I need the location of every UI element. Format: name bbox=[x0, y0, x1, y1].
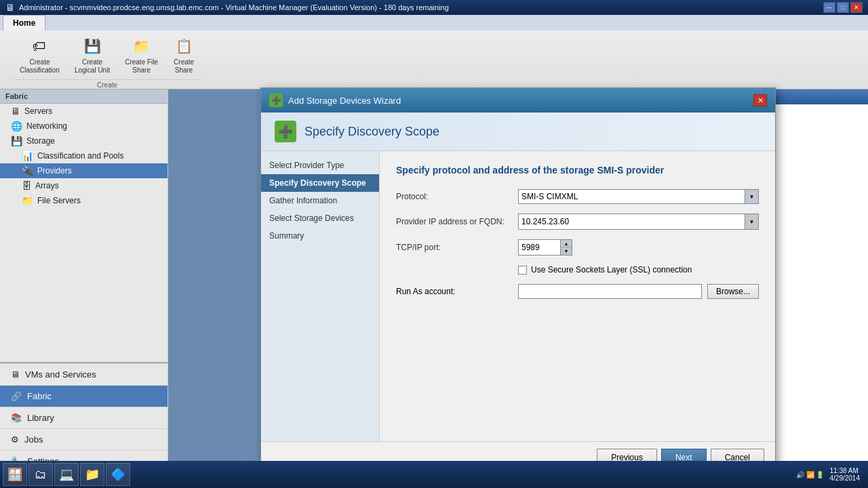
jobs-icon: ⚙ bbox=[11, 434, 19, 445]
port-decrement-button[interactable]: ▼ bbox=[561, 247, 572, 255]
library-label: Library bbox=[27, 413, 54, 423]
tcp-port-row: TCP/IP port: ▲ ▼ bbox=[396, 239, 759, 256]
sidebar-item-providers[interactable]: 🔌 Providers bbox=[0, 163, 167, 178]
create-classification-label: CreateClassification bbox=[20, 58, 60, 75]
taskbar-date: 4/29/2014 bbox=[830, 474, 861, 482]
ribbon-group-create: 🏷 CreateClassification 💾 CreateLogical U… bbox=[5, 33, 209, 87]
run-as-row: Run As account: Browse... bbox=[396, 284, 759, 299]
browse-button[interactable]: Browse... bbox=[707, 284, 759, 299]
taskbar-explorer-button[interactable]: 🗂 bbox=[28, 463, 53, 486]
networking-icon: 🌐 bbox=[11, 121, 22, 131]
providers-icon: 🔌 bbox=[22, 165, 33, 176]
tcp-port-control: ▲ ▼ bbox=[518, 239, 759, 256]
sidebar-item-file-servers[interactable]: 📁 File Servers bbox=[0, 193, 167, 208]
storage-icon: 💾 bbox=[11, 136, 22, 146]
provider-ip-row: Provider IP address or FQDN: ▼ bbox=[396, 214, 759, 230]
vms-icon: 🖥 bbox=[11, 369, 20, 380]
create-share-button[interactable]: 📋 CreateShare bbox=[167, 32, 201, 78]
main-layout: Fabric 🖥 Servers 🌐 Networking 💾 Storage … bbox=[0, 89, 868, 472]
taskbar-cmd-button[interactable]: 💻 bbox=[54, 463, 79, 486]
tcp-port-label: TCP/IP port: bbox=[396, 243, 518, 252]
minimize-button[interactable]: ─ bbox=[823, 2, 835, 13]
ssl-row: Use Secure Sockets Layer (SSL) connectio… bbox=[396, 265, 759, 274]
maximize-button[interactable]: □ bbox=[837, 2, 849, 13]
protocol-value: SMI-S CIMXML bbox=[519, 192, 745, 201]
port-increment-button[interactable]: ▲ bbox=[561, 240, 572, 247]
wizard-step-gather-info[interactable]: Gather Information bbox=[261, 192, 379, 209]
port-input[interactable] bbox=[519, 240, 560, 255]
jobs-label: Jobs bbox=[24, 434, 43, 445]
create-logical-unit-button[interactable]: 💾 CreateLogical Unit bbox=[68, 32, 116, 78]
dialog-body: Select Provider Type Specify Discovery S… bbox=[261, 151, 775, 441]
file-servers-icon: 📁 bbox=[22, 195, 33, 206]
sidebar-item-networking[interactable]: 🌐 Networking bbox=[0, 119, 167, 134]
vms-label: VMs and Services bbox=[25, 369, 96, 380]
main-content: Status ➕ Add Storage Devices Wizard ✕ ➕ … bbox=[168, 89, 868, 472]
servers-icon: 🖥 bbox=[11, 106, 20, 117]
wizard-step-select-storage[interactable]: Select Storage Devices bbox=[261, 209, 379, 227]
sidebar-library[interactable]: 📚 Library bbox=[0, 407, 167, 428]
taskbar: 🪟 🗂 💻 📁 🔷 🔊 📶 🔋 11:38 AM 4/29/2014 bbox=[0, 461, 868, 488]
sidebar-item-classification[interactable]: 📊 Classification and Pools bbox=[0, 148, 167, 163]
create-file-share-button[interactable]: 📁 Create FileShare bbox=[119, 32, 164, 78]
protocol-control: SMI-S CIMXML ▼ bbox=[518, 189, 759, 204]
create-classification-icon: 🏷 bbox=[28, 35, 50, 57]
provider-ip-control: ▼ bbox=[518, 214, 759, 230]
wizard-content-title: Specify protocol and address of the stor… bbox=[396, 165, 759, 176]
ribbon-content: 🏷 CreateClassification 💾 CreateLogical U… bbox=[0, 30, 868, 90]
create-share-label: CreateShare bbox=[174, 58, 194, 75]
sidebar-item-arrays[interactable]: 🗄 Arrays bbox=[0, 178, 167, 193]
sidebar-providers-label: Providers bbox=[37, 166, 72, 176]
fabric-label: Fabric bbox=[27, 391, 52, 401]
taskbar-folder-button[interactable]: 📁 bbox=[80, 463, 104, 486]
classification-icon: 📊 bbox=[22, 150, 33, 161]
ssl-checkbox[interactable] bbox=[518, 266, 527, 274]
port-spinner: ▲ ▼ bbox=[560, 240, 572, 255]
ribbon-buttons: 🏷 CreateClassification 💾 CreateLogical U… bbox=[14, 32, 201, 78]
taskbar-clock: 11:38 AM 4/29/2014 bbox=[830, 467, 861, 482]
provider-ip-input[interactable] bbox=[519, 214, 745, 229]
dialog-overlay: ➕ Add Storage Devices Wizard ✕ ➕ Specify… bbox=[168, 89, 868, 472]
provider-ip-input-container: ▼ bbox=[518, 214, 759, 230]
provider-ip-label: Provider IP address or FQDN: bbox=[396, 217, 518, 226]
protocol-label: Protocol: bbox=[396, 192, 518, 201]
dialog-header-icon: ➕ bbox=[275, 121, 296, 142]
sidebar-item-storage[interactable]: 💾 Storage bbox=[0, 134, 167, 148]
sidebar-fabric[interactable]: 🔗 Fabric bbox=[0, 385, 167, 407]
sidebar-networking-label: Networking bbox=[26, 121, 67, 131]
title-bar: 🖥 Administrator - scvmmvideo.prodcse.eng… bbox=[0, 0, 868, 15]
sidebar-bottom-section: 🖥 VMs and Services 🔗 Fabric 📚 Library ⚙ … bbox=[0, 362, 167, 472]
sidebar-vms-services[interactable]: 🖥 VMs and Services bbox=[0, 363, 167, 385]
wizard-dialog: ➕ Add Storage Devices Wizard ✕ ➕ Specify… bbox=[260, 87, 776, 474]
provider-ip-dropdown-btn[interactable]: ▼ bbox=[745, 214, 758, 229]
sidebar-jobs[interactable]: ⚙ Jobs bbox=[0, 428, 167, 450]
tab-home[interactable]: Home bbox=[3, 15, 45, 30]
wizard-step-select-provider[interactable]: Select Provider Type bbox=[261, 157, 379, 174]
run-as-label: Run As account: bbox=[396, 287, 518, 296]
wizard-step-discovery-scope[interactable]: Specify Discovery Scope bbox=[261, 174, 379, 192]
protocol-select[interactable]: SMI-S CIMXML ▼ bbox=[518, 189, 759, 204]
taskbar-right: 🔊 📶 🔋 11:38 AM 4/29/2014 bbox=[796, 467, 865, 482]
ssl-label[interactable]: Use Secure Sockets Layer (SSL) connectio… bbox=[531, 265, 692, 274]
create-classification-button[interactable]: 🏷 CreateClassification bbox=[14, 32, 66, 78]
taskbar-start-button[interactable]: 🪟 bbox=[3, 463, 27, 486]
protocol-dropdown-arrow[interactable]: ▼ bbox=[745, 190, 758, 203]
dialog-title-bar: ➕ Add Storage Devices Wizard ✕ bbox=[261, 88, 775, 113]
create-logical-unit-icon: 💾 bbox=[81, 35, 103, 57]
dialog-title: Add Storage Devices Wizard bbox=[288, 96, 401, 106]
run-as-input[interactable] bbox=[518, 284, 702, 299]
sidebar-classification-label: Classification and Pools bbox=[37, 151, 123, 161]
taskbar-app-button[interactable]: 🔷 bbox=[106, 463, 130, 486]
sidebar-servers-label: Servers bbox=[24, 106, 52, 116]
sidebar-arrays-label: Arrays bbox=[35, 181, 59, 190]
sidebar: Fabric 🖥 Servers 🌐 Networking 💾 Storage … bbox=[0, 89, 168, 472]
dialog-close-button[interactable]: ✕ bbox=[753, 94, 767, 106]
taskbar-time: 11:38 AM bbox=[830, 467, 861, 474]
protocol-row: Protocol: SMI-S CIMXML ▼ bbox=[396, 189, 759, 204]
ribbon-group-label: Create bbox=[14, 79, 201, 89]
window-close-button[interactable]: ✕ bbox=[850, 2, 863, 13]
wizard-content: Specify protocol and address of the stor… bbox=[380, 151, 775, 441]
dialog-header: ➕ Specify Discovery Scope bbox=[261, 113, 775, 151]
sidebar-item-servers[interactable]: 🖥 Servers bbox=[0, 104, 167, 119]
wizard-step-summary[interactable]: Summary bbox=[261, 227, 379, 245]
